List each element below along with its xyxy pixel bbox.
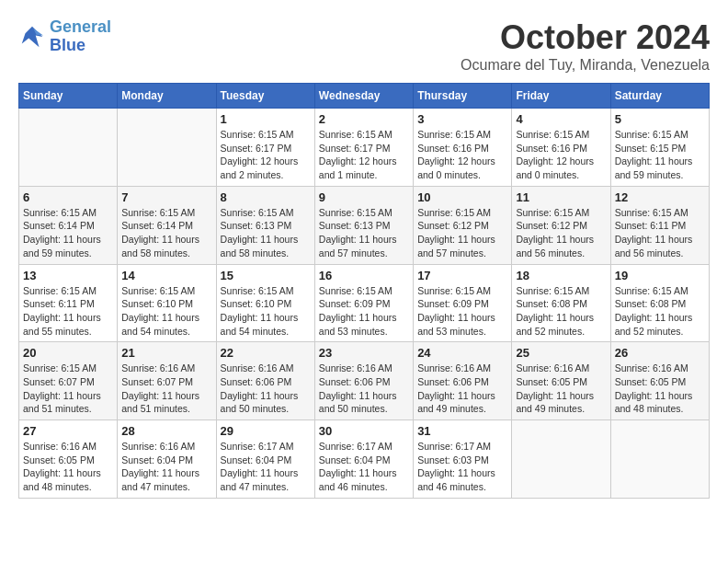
calendar-cell: 2Sunrise: 6:15 AMSunset: 6:17 PMDaylight… [314,109,413,187]
calendar-cell: 10Sunrise: 6:15 AMSunset: 6:12 PMDayligh… [414,186,512,264]
day-number: 19 [615,269,705,282]
day-number: 9 [319,190,409,204]
day-number: 2 [319,112,409,126]
day-info: Sunrise: 6:16 AMSunset: 6:07 PMDaylight:… [121,362,211,416]
calendar-cell: 11Sunrise: 6:15 AMSunset: 6:12 PMDayligh… [512,186,610,264]
calendar-cell: 24Sunrise: 6:16 AMSunset: 6:06 PMDayligh… [414,342,512,420]
day-info: Sunrise: 6:15 AMSunset: 6:09 PMDaylight:… [417,284,507,339]
day-number: 4 [516,112,606,126]
day-info: Sunrise: 6:15 AMSunset: 6:07 PMDaylight:… [23,362,113,416]
day-header-wednesday: Wednesday [314,84,413,109]
day-number: 25 [516,346,606,360]
calendar-week-row: 27Sunrise: 6:16 AMSunset: 6:05 PMDayligh… [19,420,710,499]
calendar-cell [512,420,610,499]
day-info: Sunrise: 6:15 AMSunset: 6:16 PMDaylight:… [516,128,606,182]
calendar-cell: 25Sunrise: 6:16 AMSunset: 6:05 PMDayligh… [512,342,610,420]
day-number: 17 [417,269,507,282]
day-info: Sunrise: 6:15 AMSunset: 6:17 PMDaylight:… [319,128,409,182]
day-number: 28 [121,424,211,438]
calendar-cell: 7Sunrise: 6:15 AMSunset: 6:14 PMDaylight… [118,186,216,264]
title-section: October 2024 Ocumare del Tuy, Miranda, V… [461,18,710,74]
day-number: 15 [221,269,311,282]
day-number: 11 [516,190,606,204]
month-title: October 2024 [461,18,710,57]
day-info: Sunrise: 6:15 AMSunset: 6:10 PMDaylight:… [221,284,311,339]
day-number: 8 [221,190,311,204]
day-info: Sunrise: 6:16 AMSunset: 6:05 PMDaylight:… [23,440,113,494]
day-info: Sunrise: 6:16 AMSunset: 6:05 PMDaylight:… [516,362,606,416]
calendar-cell: 4Sunrise: 6:15 AMSunset: 6:16 PMDaylight… [512,109,610,187]
calendar-cell: 17Sunrise: 6:15 AMSunset: 6:09 PMDayligh… [414,264,512,342]
day-header-friday: Friday [512,84,610,109]
calendar-cell: 9Sunrise: 6:15 AMSunset: 6:13 PMDaylight… [314,186,413,264]
day-number: 10 [417,190,507,204]
day-number: 18 [516,269,606,282]
calendar-cell: 27Sunrise: 6:16 AMSunset: 6:05 PMDayligh… [19,420,118,499]
day-header-sunday: Sunday [19,84,118,109]
calendar-cell: 22Sunrise: 6:16 AMSunset: 6:06 PMDayligh… [216,342,314,420]
calendar-cell: 21Sunrise: 6:16 AMSunset: 6:07 PMDayligh… [118,342,216,420]
day-number: 6 [23,190,113,204]
day-number: 12 [615,190,705,204]
logo-icon [18,23,46,51]
day-number: 16 [319,269,409,282]
day-info: Sunrise: 6:15 AMSunset: 6:10 PMDaylight:… [121,284,211,339]
calendar-cell [118,109,216,187]
day-info: Sunrise: 6:16 AMSunset: 6:06 PMDaylight:… [319,362,409,416]
day-number: 26 [615,346,705,360]
day-number: 7 [121,190,211,204]
day-number: 1 [221,112,311,126]
calendar-cell: 18Sunrise: 6:15 AMSunset: 6:08 PMDayligh… [512,264,610,342]
calendar-cell: 3Sunrise: 6:15 AMSunset: 6:16 PMDaylight… [414,109,512,187]
calendar-week-row: 6Sunrise: 6:15 AMSunset: 6:14 PMDaylight… [19,186,710,264]
calendar-body: 1Sunrise: 6:15 AMSunset: 6:17 PMDaylight… [19,109,710,499]
day-info: Sunrise: 6:15 AMSunset: 6:09 PMDaylight:… [319,284,409,339]
calendar-header-row: SundayMondayTuesdayWednesdayThursdayFrid… [19,84,710,109]
calendar-table: SundayMondayTuesdayWednesdayThursdayFrid… [18,83,710,499]
logo: General Blue [18,18,111,55]
day-info: Sunrise: 6:15 AMSunset: 6:16 PMDaylight:… [417,128,507,182]
day-info: Sunrise: 6:15 AMSunset: 6:12 PMDaylight:… [417,206,507,260]
day-info: Sunrise: 6:15 AMSunset: 6:11 PMDaylight:… [23,284,113,339]
day-number: 30 [319,424,409,438]
day-number: 20 [23,346,113,360]
day-number: 23 [319,346,409,360]
day-info: Sunrise: 6:17 AMSunset: 6:04 PMDaylight:… [319,440,409,494]
calendar-cell: 26Sunrise: 6:16 AMSunset: 6:05 PMDayligh… [610,342,709,420]
calendar-cell: 5Sunrise: 6:15 AMSunset: 6:15 PMDaylight… [610,109,709,187]
calendar-cell [610,420,709,499]
calendar-cell: 12Sunrise: 6:15 AMSunset: 6:11 PMDayligh… [610,186,709,264]
day-number: 21 [121,346,211,360]
day-number: 3 [417,112,507,126]
day-number: 29 [221,424,311,438]
day-info: Sunrise: 6:15 AMSunset: 6:15 PMDaylight:… [615,128,705,182]
calendar-cell: 20Sunrise: 6:15 AMSunset: 6:07 PMDayligh… [19,342,118,420]
day-info: Sunrise: 6:15 AMSunset: 6:12 PMDaylight:… [516,206,606,260]
day-info: Sunrise: 6:15 AMSunset: 6:08 PMDaylight:… [615,284,705,339]
day-header-saturday: Saturday [610,84,709,109]
calendar-week-row: 1Sunrise: 6:15 AMSunset: 6:17 PMDaylight… [19,109,710,187]
day-number: 24 [417,346,507,360]
calendar-cell: 15Sunrise: 6:15 AMSunset: 6:10 PMDayligh… [216,264,314,342]
calendar-cell: 16Sunrise: 6:15 AMSunset: 6:09 PMDayligh… [314,264,413,342]
day-info: Sunrise: 6:16 AMSunset: 6:06 PMDaylight:… [221,362,311,416]
day-info: Sunrise: 6:15 AMSunset: 6:13 PMDaylight:… [221,206,311,260]
day-info: Sunrise: 6:17 AMSunset: 6:03 PMDaylight:… [417,440,507,494]
day-number: 5 [615,112,705,126]
calendar-cell: 28Sunrise: 6:16 AMSunset: 6:04 PMDayligh… [118,420,216,499]
calendar-cell: 19Sunrise: 6:15 AMSunset: 6:08 PMDayligh… [610,264,709,342]
logo-text: General Blue [50,18,111,55]
day-info: Sunrise: 6:15 AMSunset: 6:13 PMDaylight:… [319,206,409,260]
day-info: Sunrise: 6:15 AMSunset: 6:14 PMDaylight:… [23,206,113,260]
calendar-cell: 29Sunrise: 6:17 AMSunset: 6:04 PMDayligh… [216,420,314,499]
day-header-tuesday: Tuesday [216,84,314,109]
svg-marker-0 [22,27,43,48]
day-number: 14 [121,269,211,282]
calendar-cell: 23Sunrise: 6:16 AMSunset: 6:06 PMDayligh… [314,342,413,420]
day-info: Sunrise: 6:17 AMSunset: 6:04 PMDaylight:… [221,440,311,494]
day-info: Sunrise: 6:16 AMSunset: 6:05 PMDaylight:… [615,362,705,416]
calendar-cell [19,109,118,187]
day-header-monday: Monday [118,84,216,109]
day-info: Sunrise: 6:15 AMSunset: 6:14 PMDaylight:… [121,206,211,260]
day-number: 13 [23,269,113,282]
